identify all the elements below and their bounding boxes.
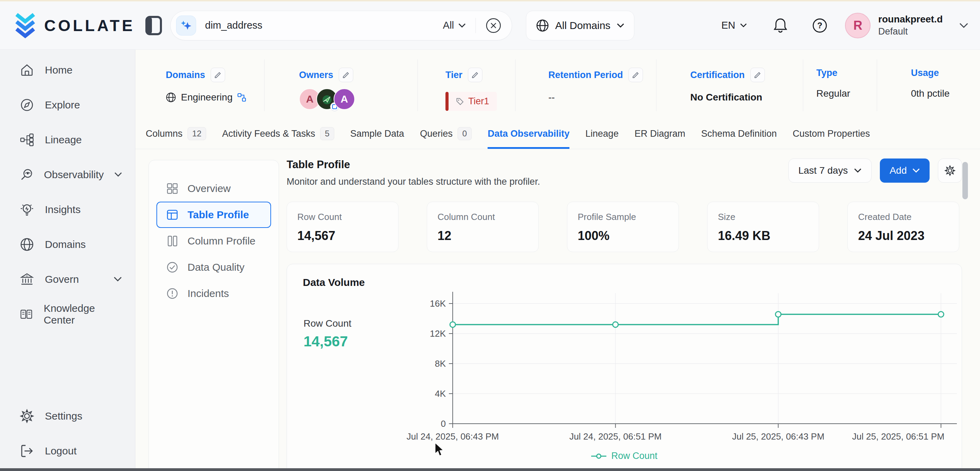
edit-retention-icon[interactable] [628,68,643,82]
tier-value: Tier1 [468,96,489,107]
tab-count-badge: 12 [188,127,207,140]
sidebar-spacer [0,331,135,398]
profile-nav: Overview Table Profile Column Profile Da… [148,160,279,468]
chart-legend[interactable]: Row Count [287,450,962,461]
language-dropdown[interactable]: EN [721,20,747,31]
app-sidebar: Home Explore Lineage Observability Insig… [0,50,135,468]
time-range-value: Last 7 days [799,165,848,176]
global-search-input[interactable]: dim_address All [170,11,512,40]
meta-type: Type Regular [803,59,877,111]
table-profile-section: Table Profile Monitor and understand you… [286,159,962,468]
stat-size: Size 16.49 KB [707,202,819,252]
tab-er-diagram[interactable]: ER Diagram [634,121,685,149]
search-scope-value: All [443,20,454,31]
sidebar-item-observability[interactable]: Observability [0,157,135,192]
profile-nav-incidents[interactable]: Incidents [156,280,271,307]
domains-value[interactable]: Engineering [166,92,264,103]
search-clear-icon[interactable] [485,18,501,33]
domains-label: Domains [166,70,205,80]
brand-name: COLLATE [44,16,135,35]
stat-created-date: Created Date 24 Jul 2023 [847,202,959,252]
chart-current-value: Row Count 14,567 [304,318,352,350]
owner-avatars[interactable]: A A [299,88,417,110]
chevron-down-icon [854,168,862,173]
sidebar-item-lineage[interactable]: Lineage [0,122,135,157]
profile-nav-overview[interactable]: Overview [156,175,271,202]
type-label: Type [816,68,837,78]
usage-value: 0th pctile [911,88,950,99]
help-icon[interactable]: ? [812,18,828,33]
profile-nav-column-profile[interactable]: Column Profile [156,228,271,254]
sidebar-item-domains[interactable]: Domains [0,227,135,262]
sidebar-item-label: Insights [45,204,80,215]
tab-sample-data[interactable]: Sample Data [350,121,404,149]
tab-queries[interactable]: Queries0 [420,121,472,149]
profiler-settings-icon[interactable] [938,159,962,183]
globe-icon [166,92,176,103]
sidebar-item-home[interactable]: Home [0,53,135,88]
search-scope-dropdown[interactable]: All [443,20,466,31]
scrollbar-thumb[interactable] [963,162,968,199]
sidebar-item-govern[interactable]: Govern [0,262,135,297]
svg-text:16K: 16K [430,298,446,309]
logout-icon [19,443,35,458]
stat-profile-sample: Profile Sample 100% [567,202,679,252]
observability-icon [19,167,33,182]
sidebar-item-explore[interactable]: Explore [0,88,135,122]
tab-columns[interactable]: Columns12 [146,121,206,149]
chevron-down-icon [114,277,122,282]
chevron-down-icon [740,23,747,28]
sidebar-toggle-icon[interactable] [145,16,163,35]
sidebar-item-label: Observability [44,169,103,181]
svg-text:Jul 24, 2025, 06:43 PM: Jul 24, 2025, 06:43 PM [406,431,499,442]
entity-tabs: Columns12 Activity Feeds & Tasks5 Sample… [135,121,980,149]
collate-logo[interactable]: COLLATE [14,13,135,39]
table-profile-icon [166,208,178,221]
stat-row-count: Row Count 14,567 [286,202,398,252]
sidebar-item-label: Lineage [45,134,82,146]
usage-label: Usage [911,68,939,78]
tab-data-observability[interactable]: Data Observability [488,121,570,149]
user-name: rounakpreet.d [878,14,943,25]
type-value: Regular [816,88,850,99]
chevron-down-icon [912,168,920,173]
search-query-text[interactable]: dim_address [205,20,443,31]
owner-avatar[interactable]: A [334,88,355,110]
svg-text:Jul 24, 2025, 06:51 PM: Jul 24, 2025, 06:51 PM [570,431,662,442]
user-menu[interactable]: R rounakpreet.d Default [845,13,968,38]
edit-tier-icon[interactable] [468,68,482,82]
profile-nav-table-profile[interactable]: Table Profile [156,202,271,228]
add-button[interactable]: Add [880,159,929,183]
overview-grid-icon [166,182,178,195]
sidebar-item-label: Logout [45,445,77,457]
bank-icon [19,272,35,287]
sidebar-item-logout[interactable]: Logout [0,433,135,468]
tab-schema-definition[interactable]: Schema Definition [701,121,776,149]
page-title: Table Profile [286,159,540,171]
svg-text:Jul 25, 2025, 06:43 PM: Jul 25, 2025, 06:43 PM [732,431,824,442]
divider [476,18,476,33]
tab-custom-properties[interactable]: Custom Properties [793,121,870,149]
tag-icon [456,97,464,106]
retention-value: -- [548,92,555,103]
edit-owners-icon[interactable] [339,68,353,82]
tier-chip[interactable]: Tier1 [445,92,497,111]
sidebar-item-knowledge-center[interactable]: Knowledge Center [0,297,135,331]
sidebar-item-insights[interactable]: Insights [0,192,135,227]
tab-lineage[interactable]: Lineage [585,121,619,149]
tab-activity-feeds[interactable]: Activity Feeds & Tasks5 [222,121,334,149]
user-avatar: R [845,13,870,38]
meta-certification: Certification No Certification [657,59,803,111]
check-circle-icon [166,261,178,274]
topbar: COLLATE dim_address All [0,2,980,50]
meta-usage: Usage 0th pctile [877,59,980,111]
profile-nav-data-quality[interactable]: Data Quality [156,254,271,280]
edit-certification-icon[interactable] [750,68,765,82]
time-range-dropdown[interactable]: Last 7 days [788,159,872,183]
globe-icon [536,19,549,32]
svg-text:12K: 12K [430,328,446,339]
domain-filter-dropdown[interactable]: All Domains [526,11,634,40]
notifications-bell-icon[interactable] [773,18,788,33]
edit-domains-icon[interactable] [211,68,225,82]
sidebar-item-settings[interactable]: Settings [0,398,135,433]
